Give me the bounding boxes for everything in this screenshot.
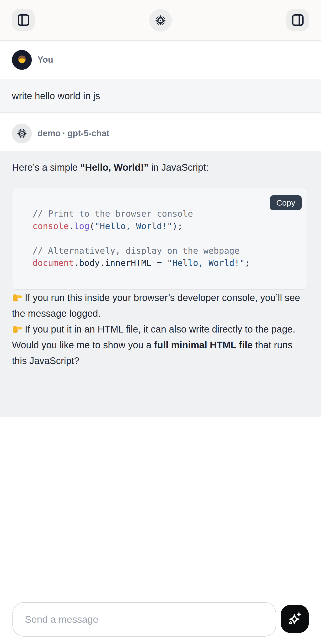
- outro-bold-text: full minimal HTML file: [154, 340, 253, 350]
- assistant-outro: Would you like me to show you a full min…: [12, 337, 309, 368]
- empty-chat-space: [0, 417, 321, 593]
- assistant-intro: Here’s a simple “Hello, World!” in JavaS…: [12, 160, 309, 175]
- pointing-right-icon: [12, 292, 22, 303]
- starburst-icon: [155, 15, 166, 26]
- user-message: write hello world in js: [0, 79, 321, 113]
- chat-app: You write hello world in js: [0, 0, 321, 644]
- app-logo-chip: [149, 9, 172, 32]
- code-line: // Alternatively, display on the webpage: [32, 244, 302, 257]
- sparkle-icon: [287, 611, 303, 627]
- send-button[interactable]: [281, 605, 309, 633]
- assistant-message: Here’s a simple “Hello, World!” in JavaS…: [0, 150, 321, 417]
- panel-right-icon: [291, 13, 305, 27]
- right-panel-toggle-button[interactable]: [286, 9, 309, 31]
- pointer-item: If you put it in an HTML file, it can al…: [12, 321, 309, 337]
- pointer-paragraph: If you run this inside your browser’s de…: [12, 290, 309, 337]
- composer: [0, 593, 321, 644]
- intro-text-post: in JavaScript:: [149, 162, 209, 172]
- panel-left-icon: [16, 13, 30, 27]
- outro-text: Would you like me to show you a: [12, 340, 154, 350]
- code-line: document.body.innerHTML = "Hello, World!…: [32, 257, 302, 269]
- pointer-item: If you run this inside your browser’s de…: [12, 290, 309, 321]
- person-emoji-icon: [16, 54, 27, 65]
- assistant-message-header: demo·gpt-5-chat: [0, 113, 321, 150]
- assistant-model: gpt-5-chat: [67, 128, 109, 138]
- assistant-avatar: [12, 124, 32, 144]
- assistant-name: demo: [37, 128, 61, 138]
- user-message-header: You: [0, 41, 321, 79]
- code-line: [32, 232, 302, 244]
- assistant-sender-label: demo·gpt-5-chat: [37, 128, 109, 138]
- intro-bold-text: “Hello, World!”: [80, 162, 149, 172]
- user-avatar: [12, 50, 32, 70]
- code-block: Copy // Print to the browser consolecons…: [12, 187, 307, 290]
- top-bar: [0, 0, 321, 41]
- user-message-text: write hello world in js: [12, 88, 100, 104]
- code-content: // Print to the browser consoleconsole.l…: [12, 188, 307, 269]
- message-input[interactable]: [12, 602, 276, 636]
- code-line: // Print to the browser console: [32, 208, 302, 220]
- code-line: console.log("Hello, World!");: [32, 220, 302, 232]
- copy-button[interactable]: Copy: [270, 195, 302, 210]
- pointing-right-icon: [12, 324, 22, 334]
- intro-text: Here’s a simple: [12, 162, 80, 172]
- user-sender-label: You: [37, 55, 53, 65]
- sender-separator: ·: [62, 128, 65, 138]
- starburst-icon: [17, 128, 27, 138]
- sidebar-toggle-button[interactable]: [12, 9, 35, 31]
